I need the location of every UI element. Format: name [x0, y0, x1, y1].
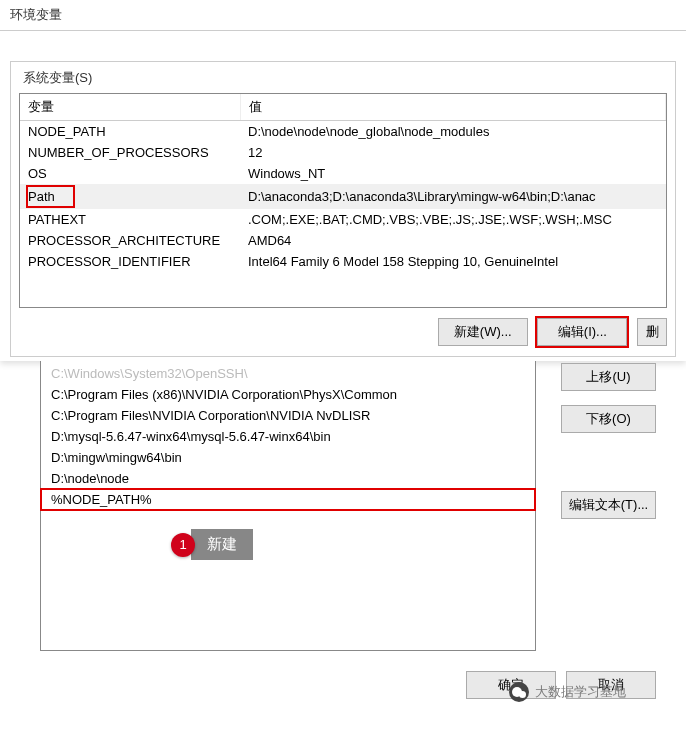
- annotation-label: 新建: [191, 529, 253, 560]
- var-value: .COM;.EXE;.BAT;.CMD;.VBS;.VBE;.JS;.JSE;.…: [240, 209, 666, 230]
- var-name: NODE_PATH: [20, 121, 240, 143]
- var-value: Windows_NT: [240, 163, 666, 184]
- var-value: D:\anaconda3;D:\anaconda3\Library\mingw-…: [240, 184, 666, 209]
- table-row[interactable]: PROCESSOR_IDENTIFIER Intel64 Family 6 Mo…: [20, 251, 666, 272]
- watermark: 大数据学习基地: [509, 682, 626, 702]
- system-variables-group: 系统变量(S) 变量 值 NODE_PATH D:\node\node\node…: [10, 61, 676, 357]
- table-row[interactable]: NODE_PATH D:\node\node\node_global\node_…: [20, 121, 666, 143]
- list-item[interactable]: C:\Program Files (x86)\NVIDIA Corporatio…: [41, 384, 535, 405]
- move-down-button[interactable]: 下移(O): [561, 405, 656, 433]
- var-value: 12: [240, 142, 666, 163]
- move-up-button[interactable]: 上移(U): [561, 363, 656, 391]
- table-row-path[interactable]: Path D:\anaconda3;D:\anaconda3\Library\m…: [20, 184, 666, 209]
- table-row[interactable]: PATHEXT .COM;.EXE;.BAT;.CMD;.VBS;.VBE;.J…: [20, 209, 666, 230]
- annotation-callout: 1 新建: [171, 529, 253, 560]
- table-row[interactable]: PROCESSOR_ARCHITECTURE AMD64: [20, 230, 666, 251]
- var-name: Path: [20, 184, 240, 209]
- var-value: AMD64: [240, 230, 666, 251]
- var-value: Intel64 Family 6 Model 158 Stepping 10, …: [240, 251, 666, 272]
- var-name: NUMBER_OF_PROCESSORS: [20, 142, 240, 163]
- delete-button[interactable]: 删: [637, 318, 667, 346]
- var-value: D:\node\node\node_global\node_modules: [240, 121, 666, 143]
- list-item[interactable]: D:\mingw\mingw64\bin: [41, 447, 535, 468]
- watermark-text: 大数据学习基地: [535, 683, 626, 701]
- new-button[interactable]: 新建(W)...: [438, 318, 528, 346]
- list-item[interactable]: D:\mysql-5.6.47-winx64\mysql-5.6.47-winx…: [41, 426, 535, 447]
- path-entries-list[interactable]: C:\Windows\System32\OpenSSH\ C:\Program …: [40, 361, 536, 651]
- var-name: PATHEXT: [20, 209, 240, 230]
- system-variables-legend: 系统变量(S): [19, 69, 96, 87]
- var-name: PROCESSOR_ARCHITECTURE: [20, 230, 240, 251]
- list-item[interactable]: C:\Windows\System32\OpenSSH\: [41, 363, 535, 384]
- var-name: PROCESSOR_IDENTIFIER: [20, 251, 240, 272]
- col-header-name[interactable]: 变量: [20, 94, 240, 121]
- wechat-icon: [509, 682, 529, 702]
- table-row[interactable]: NUMBER_OF_PROCESSORS 12: [20, 142, 666, 163]
- system-variables-table[interactable]: 变量 值 NODE_PATH D:\node\node\node_global\…: [19, 93, 667, 308]
- table-row[interactable]: OS Windows_NT: [20, 163, 666, 184]
- list-item[interactable]: D:\node\node: [41, 468, 535, 489]
- edit-text-button[interactable]: 编辑文本(T)...: [561, 491, 656, 519]
- var-name: OS: [20, 163, 240, 184]
- annotation-number: 1: [171, 533, 195, 557]
- col-header-value[interactable]: 值: [240, 94, 666, 121]
- list-item[interactable]: C:\Program Files\NVIDIA Corporation\NVID…: [41, 405, 535, 426]
- edit-button[interactable]: 编辑(I)...: [537, 318, 627, 346]
- window-title: 环境变量: [0, 0, 686, 31]
- list-item-nodepath[interactable]: %NODE_PATH%: [41, 489, 535, 510]
